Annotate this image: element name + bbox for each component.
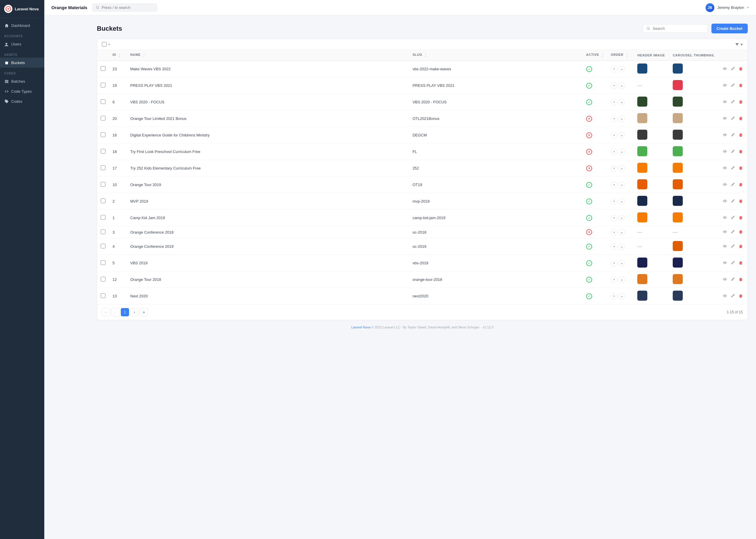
delete-button[interactable] [738,243,744,250]
th-active[interactable]: ACTIVE ▲▼ [583,50,607,60]
view-button[interactable] [722,260,728,267]
order-up-button[interactable]: ▴ [618,99,625,106]
sidebar-item-users[interactable]: Users [0,39,44,49]
row-checkbox[interactable] [101,66,106,71]
sidebar-logo[interactable]: Laravel Nova [0,0,44,18]
order-up-button[interactable]: ▴ [618,182,625,188]
edit-button[interactable] [730,99,736,106]
edit-button[interactable] [730,182,736,188]
row-checkbox[interactable] [101,215,106,220]
view-button[interactable] [722,229,728,235]
order-up-button[interactable]: ▴ [618,132,625,138]
page-last-button[interactable]: » [140,308,148,316]
order-down-button[interactable]: ▾ [611,132,617,138]
order-up-button[interactable]: ▴ [618,229,625,235]
order-up-button[interactable]: ▴ [618,149,625,155]
order-down-button[interactable]: ▾ [611,116,617,122]
edit-button[interactable] [730,149,736,155]
sidebar-item-codes[interactable]: Codes [0,96,44,106]
edit-button[interactable] [730,293,736,299]
row-checkbox[interactable] [101,116,106,120]
user-menu-chevron-icon[interactable]: ▾ [747,6,749,9]
delete-button[interactable] [738,99,744,106]
view-button[interactable] [722,215,728,221]
row-checkbox[interactable] [101,182,106,187]
order-down-button[interactable]: ▾ [611,165,617,172]
bucket-search[interactable] [643,24,708,33]
page-next-button[interactable]: › [130,308,138,316]
edit-button[interactable] [730,66,736,72]
edit-button[interactable] [730,116,736,122]
row-checkbox[interactable] [101,293,106,298]
slug-sort-icon[interactable]: ▲▼ [425,53,427,57]
view-button[interactable] [722,276,728,283]
order-up-button[interactable]: ▴ [618,276,625,283]
order-down-button[interactable]: ▾ [611,66,617,72]
row-checkbox[interactable] [101,260,106,265]
order-down-button[interactable]: ▾ [611,260,617,267]
sidebar-item-buckets[interactable]: Buckets [0,58,44,68]
name-sort-icon[interactable]: ▲▼ [143,53,145,57]
footer-link[interactable]: Laravel Nova [351,326,370,329]
edit-button[interactable] [730,82,736,89]
order-down-button[interactable]: ▾ [611,293,617,299]
sidebar-item-code-types[interactable]: Code Types [0,86,44,96]
order-up-button[interactable]: ▴ [618,198,625,205]
order-down-button[interactable]: ▾ [611,149,617,155]
order-down-button[interactable]: ▾ [611,198,617,205]
delete-button[interactable] [738,260,744,267]
delete-button[interactable] [738,116,744,122]
order-up-button[interactable]: ▴ [618,82,625,89]
view-button[interactable] [722,149,728,155]
row-checkbox[interactable] [101,165,106,170]
order-down-button[interactable]: ▾ [611,99,617,106]
delete-button[interactable] [738,165,744,172]
page-prev-button[interactable]: ‹ [111,308,119,316]
edit-button[interactable] [730,229,736,235]
row-checkbox[interactable] [101,229,106,234]
edit-button[interactable] [730,243,736,250]
order-up-button[interactable]: ▴ [618,215,625,221]
order-up-button[interactable]: ▴ [618,260,625,267]
sidebar-item-batches[interactable]: Batches [0,76,44,86]
row-checkbox[interactable] [101,149,106,154]
view-button[interactable] [722,82,728,89]
delete-button[interactable] [738,132,744,138]
order-down-button[interactable]: ▾ [611,229,617,235]
active-sort-icon[interactable]: ▲▼ [602,53,604,57]
delete-button[interactable] [738,82,744,89]
filter-button[interactable]: ▾ [735,42,743,47]
order-up-button[interactable]: ▴ [618,165,625,172]
edit-button[interactable] [730,198,736,205]
view-button[interactable] [722,66,728,72]
order-down-button[interactable]: ▾ [611,215,617,221]
view-button[interactable] [722,132,728,138]
view-button[interactable] [722,182,728,188]
delete-button[interactable] [738,276,744,283]
view-button[interactable] [722,165,728,172]
row-checkbox[interactable] [101,198,106,203]
topbar-search-input[interactable] [102,5,153,10]
delete-button[interactable] [738,229,744,235]
order-up-button[interactable]: ▴ [618,293,625,299]
page-1-button[interactable]: 1 [121,308,129,316]
order-sort-icon[interactable]: ▲▼ [626,53,628,57]
delete-button[interactable] [738,215,744,221]
edit-button[interactable] [730,132,736,138]
order-up-button[interactable]: ▴ [618,66,625,72]
row-checkbox[interactable] [101,277,106,281]
edit-button[interactable] [730,165,736,172]
edit-button[interactable] [730,215,736,221]
page-first-button[interactable]: « [102,308,110,316]
view-button[interactable] [722,198,728,205]
view-button[interactable] [722,99,728,106]
order-up-button[interactable]: ▴ [618,243,625,250]
th-order[interactable]: ORDER ▲▼ [607,50,634,60]
view-button[interactable] [722,243,728,250]
delete-button[interactable] [738,198,744,205]
row-checkbox[interactable] [101,132,106,137]
select-all-chevron-icon[interactable]: ▾ [109,42,110,46]
topbar-search[interactable] [92,4,157,12]
create-bucket-button[interactable]: Create Bucket [712,24,748,34]
order-down-button[interactable]: ▾ [611,276,617,283]
